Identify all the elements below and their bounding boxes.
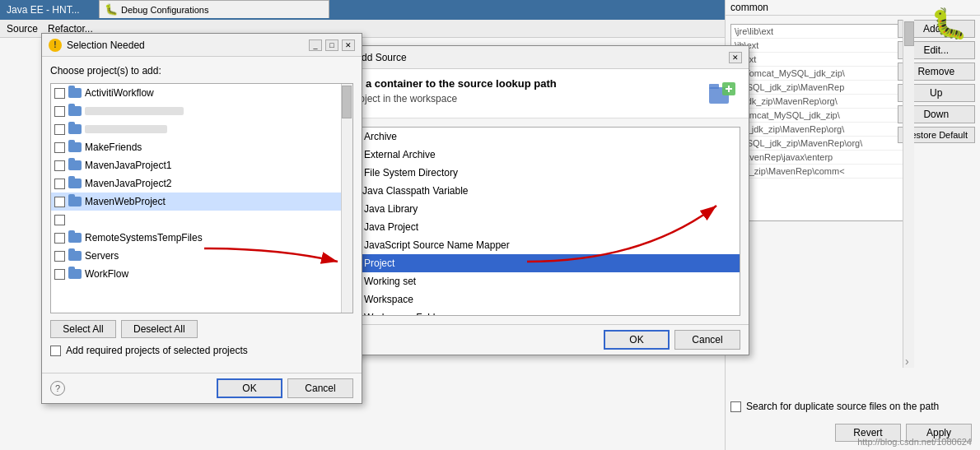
folder-icon [68,233,82,243]
maximize-button[interactable]: □ [325,39,338,51]
list-item[interactable]: MavenWebProject [51,193,352,211]
item-label: Java Library [364,203,418,215]
folder-icon [68,179,82,188]
item-checkbox[interactable] [54,88,65,99]
list-item[interactable]: MavenJavaProject1 [51,156,352,174]
add-source-subtitle: A project in the workspace [342,93,557,104]
list-item[interactable]: RemoteSystemsTempFiles [51,229,352,247]
item-checkbox[interactable] [54,197,65,207]
selection-footer-buttons: OK Cancel [217,378,353,398]
selection-dialog-label: Choose project(s) to add: [50,65,353,77]
project-name: RemoteSystemsTempFiles [85,232,203,244]
path-item: ddk_zip\MavenRep\comm< [731,165,913,179]
svg-rect-1 [709,84,719,89]
list-item[interactable]: Java Library [339,200,740,218]
item-label: Java Classpath Variable [362,185,469,197]
ok-button[interactable]: OK [604,330,670,350]
folder-icon [68,197,82,206]
path-item: MySQL_jdk_zip\MavenRep\org\ [731,137,913,151]
list-item[interactable] [51,211,352,229]
selection-dialog-icon: ! [49,39,62,52]
path-item: MySQL_jdk_zip\MavenRep [731,81,913,95]
debug-tab-icon: 🐛 [105,3,118,16]
item-checkbox[interactable] [54,269,65,280]
minimize-button[interactable]: _ [309,39,322,51]
add-source-main-title: Add a container to the source lookup pat… [342,77,557,90]
folder-icon [68,106,82,116]
list-item[interactable]: Servers [51,247,352,265]
item-checkbox[interactable] [54,179,65,189]
add-required-checkbox[interactable] [50,346,61,356]
project-name: MavenJavaProject1 [85,160,171,171]
path-item: \jre\lib\ext [731,25,913,39]
close-button[interactable]: ✕ [729,52,742,63]
item-checkbox[interactable] [54,142,65,153]
item-checkbox[interactable] [54,215,65,225]
path-item: ib\ext [731,53,913,67]
list-item[interactable]: WorkFlow [51,265,352,283]
list-item[interactable]: MakeFriends [51,138,352,156]
list-item[interactable]: JavaScript Source Name Mapper [339,236,740,254]
add-source-header-icon [707,77,737,109]
select-deselect-row: Select All Deselect All [50,320,353,338]
item-label: Java Project [364,221,418,233]
cancel-button[interactable]: Cancel [287,378,353,398]
path-item: \ib\ext [731,39,913,53]
folder-icon [68,269,82,279]
project-name: ActivitiWorkflow [85,87,154,99]
selection-dialog-footer: ? OK Cancel [42,373,362,403]
list-item[interactable]: ActivitiWorkflow [51,84,352,102]
project-name: Servers [85,250,119,262]
list-item[interactable]: File System Directory [339,164,740,182]
project-list[interactable]: ActivitiWorkflow MakeFriends [50,83,353,313]
cancel-button[interactable]: Cancel [674,330,740,350]
bug-icon: 🐛 [931,7,968,41]
item-checkbox[interactable] [54,106,65,117]
debug-configurations-tab: 🐛 Debug Configurations [99,0,329,18]
ok-button[interactable]: OK [217,378,282,398]
search-label: Search for duplicate source files on the… [746,401,939,412]
add-source-title: Add Source [355,52,407,63]
selection-dialog: ! Selection Needed _ □ ✕ Choose project(… [41,33,362,404]
debug-panel: common \jre\lib\ext \ib\ext ib\ext a_Tom… [725,0,980,450]
item-checkbox[interactable] [54,233,65,244]
blurred-name [85,107,184,115]
item-checkbox[interactable] [54,251,65,262]
item-label: External Archive [364,149,436,160]
list-item[interactable]: Workspace [339,290,740,309]
source-item-list[interactable]: Archive External Archive File System Dir… [338,127,740,316]
list-item[interactable]: Working set [339,272,740,290]
select-all-button[interactable]: Select All [50,320,116,338]
deselect-all-button[interactable]: Deselect All [121,320,198,338]
selection-dialog-titlebar: ! Selection Needed _ □ ✕ [42,34,362,57]
list-item[interactable] [51,120,352,138]
folder-icon [68,142,82,152]
close-button[interactable]: ✕ [342,39,355,51]
help-icon[interactable]: ? [50,381,65,396]
item-checkbox[interactable] [54,160,65,171]
list-item[interactable]: Project [339,254,740,272]
blurred-name [85,125,167,133]
item-checkbox[interactable] [54,124,65,135]
list-item[interactable]: Java Project [339,218,740,236]
list-item[interactable]: MavenJavaProject2 [51,174,352,193]
item-label: JavaScript Source Name Mapper [364,239,510,251]
item-label: File System Directory [364,167,458,179]
list-item[interactable]: External Archive [339,146,740,164]
debug-panel-path-list[interactable]: \jre\lib\ext \ib\ext ib\ext a_Tomcat_MyS… [730,24,914,221]
list-item[interactable] [51,102,352,120]
list-item[interactable]: Java Classpath Variable [339,182,740,200]
folder-icon [68,124,82,134]
list-item[interactable]: Archive [339,128,740,146]
add-required-label: Add required projects of selected projec… [66,345,248,356]
project-name: MakeFriends [85,141,142,153]
add-source-dialog: + Add Source ✕ Add a container to the so… [329,45,749,355]
add-required-row: Add required projects of selected projec… [50,345,353,356]
list-item[interactable]: Workspace Folder [339,309,740,316]
path-item: _Tomcat_MySQL_jdk_zip\ [731,109,913,123]
menu-source[interactable]: Source [7,23,38,35]
search-checkbox[interactable] [730,401,741,412]
ide-title: Java EE - HNT... [7,4,80,16]
path-item: \MavenRep\javax\enterp [731,151,913,165]
project-name: MavenJavaProject2 [85,178,171,189]
